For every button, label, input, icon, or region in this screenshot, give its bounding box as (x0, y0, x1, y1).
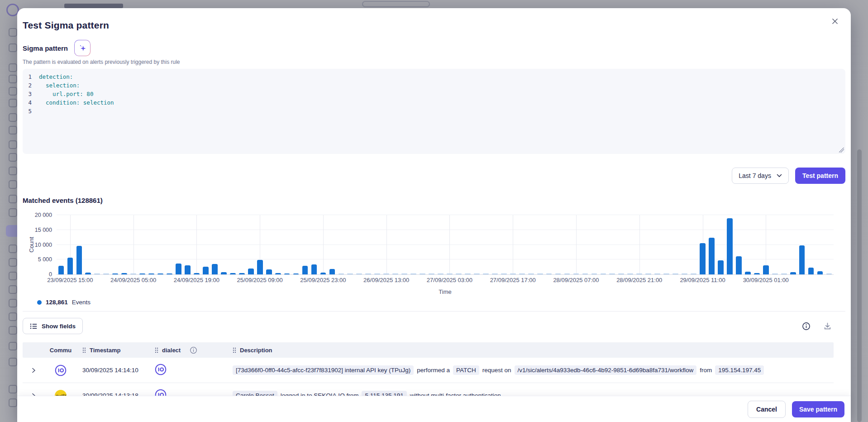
chart-bar[interactable] (130, 273, 136, 274)
chart-bar[interactable] (139, 273, 145, 274)
chart-bar[interactable] (817, 271, 823, 274)
chart-bar[interactable] (618, 273, 624, 274)
chart-bar[interactable] (438, 273, 444, 274)
chart-bar[interactable] (185, 265, 191, 274)
chart-bar[interactable] (221, 272, 227, 274)
code-line[interactable]: 1detection: (23, 72, 845, 81)
chart-bar[interactable] (601, 273, 606, 274)
chart-bar[interactable] (654, 273, 660, 274)
chart-bar[interactable] (510, 273, 516, 274)
chart-bar[interactable] (302, 266, 308, 274)
chart-bar[interactable] (112, 273, 118, 275)
chart-bar[interactable] (212, 264, 218, 274)
chart-bar[interactable] (528, 273, 534, 274)
chart-bar[interactable] (826, 273, 832, 274)
column-header-dialect[interactable]: dialect (149, 346, 227, 354)
chart-bar[interactable] (239, 273, 245, 274)
chart-bar[interactable] (257, 260, 263, 274)
chart-bar[interactable] (203, 267, 209, 274)
chart-bar[interactable] (347, 273, 353, 274)
code-line[interactable]: 3 url.port: 80 (23, 90, 845, 98)
chart-bar[interactable] (284, 273, 290, 275)
chart-bar[interactable] (121, 273, 127, 274)
chart-bar[interactable] (754, 273, 760, 274)
chart-bar[interactable] (519, 273, 525, 274)
chart-bar[interactable] (763, 265, 769, 274)
chart-bar[interactable] (76, 246, 82, 274)
chart-bar[interactable] (329, 269, 335, 274)
chart-bar[interactable] (772, 273, 778, 274)
chart-bar[interactable] (790, 272, 796, 274)
chart-bar[interactable] (339, 273, 344, 274)
time-range-select[interactable]: Last 7 days (732, 168, 789, 184)
chart-bar[interactable] (609, 273, 615, 274)
chart-bar[interactable] (501, 273, 507, 274)
chart-bar[interactable] (392, 273, 398, 274)
chart-bar[interactable] (176, 264, 181, 274)
chart-bar[interactable] (663, 273, 669, 274)
sigma-pattern-editor[interactable]: 1detection:2 selection:3 url.port: 804 c… (23, 69, 845, 154)
chart-bar[interactable] (564, 273, 570, 274)
drag-handle-icon[interactable] (82, 347, 86, 353)
chart-bar[interactable] (58, 266, 64, 274)
chart-bar[interactable] (420, 273, 425, 274)
chart-bar[interactable] (718, 260, 724, 274)
chart-bar[interactable] (781, 273, 787, 274)
chart-bar[interactable] (275, 273, 281, 274)
chart-bar[interactable] (474, 273, 480, 274)
chart-bar[interactable] (429, 273, 434, 274)
chart-bar[interactable] (709, 238, 715, 274)
chart-bar[interactable] (546, 273, 552, 274)
chart-bar[interactable] (230, 273, 236, 274)
chart-bar[interactable] (691, 273, 696, 274)
download-icon[interactable] (823, 322, 832, 331)
chart-bar[interactable] (311, 264, 317, 274)
chart-bar[interactable] (591, 273, 597, 274)
chart-bar[interactable] (148, 273, 154, 274)
chart-bar[interactable] (67, 258, 73, 274)
chart-bar[interactable] (745, 272, 751, 274)
table-row[interactable]: 30/09/2025 14:14:10[73d366f0-0ff0-44c5-a… (23, 358, 834, 383)
chart-bar[interactable] (103, 273, 109, 274)
resize-grip[interactable] (839, 148, 844, 153)
save-pattern-button[interactable]: Save pattern (792, 401, 844, 417)
chart-bar[interactable] (365, 273, 371, 274)
chart-bar[interactable] (682, 273, 687, 274)
chart-bar[interactable] (356, 273, 362, 274)
chart-bar[interactable] (700, 243, 706, 274)
chart-bar[interactable] (248, 269, 254, 274)
chart-bar[interactable] (555, 273, 561, 274)
chart-bar[interactable] (266, 269, 272, 274)
chart-bar[interactable] (736, 256, 742, 274)
code-line[interactable]: 2 selection: (23, 81, 845, 90)
chart-bar[interactable] (645, 273, 651, 274)
chart-bar[interactable] (808, 268, 814, 274)
code-line[interactable]: 5 (23, 107, 845, 115)
chart-bar[interactable] (483, 273, 489, 274)
info-icon[interactable] (190, 346, 197, 354)
column-header-community[interactable]: Commu (44, 347, 77, 354)
chart-bar[interactable] (672, 273, 678, 274)
expand-row-button[interactable] (23, 392, 44, 396)
chart-bar[interactable] (447, 273, 453, 274)
chart-bar[interactable] (85, 273, 91, 274)
expand-row-button[interactable] (23, 367, 44, 374)
chart-bar[interactable] (383, 273, 389, 274)
chart-bar[interactable] (573, 273, 579, 274)
chart-bar[interactable] (374, 273, 380, 274)
close-icon[interactable] (829, 15, 841, 27)
column-header-description[interactable]: Description (227, 347, 834, 354)
chart-bar[interactable] (465, 273, 471, 274)
show-fields-button[interactable]: Show fields (23, 318, 83, 334)
chart-bar[interactable] (492, 273, 498, 274)
chart-bar[interactable] (727, 218, 733, 274)
drag-handle-icon[interactable] (155, 347, 158, 353)
test-pattern-button[interactable]: Test pattern (795, 168, 845, 184)
chart-bar[interactable] (410, 273, 416, 274)
chart-bar[interactable] (582, 273, 588, 274)
chart-bar[interactable] (157, 273, 163, 274)
chart-bar[interactable] (456, 273, 462, 274)
chart-bar[interactable] (167, 273, 172, 274)
scrollbar[interactable] (857, 149, 862, 422)
table-row[interactable]: Rutty30/09/2025 14:13:18Carole Bessetlog… (23, 383, 834, 396)
